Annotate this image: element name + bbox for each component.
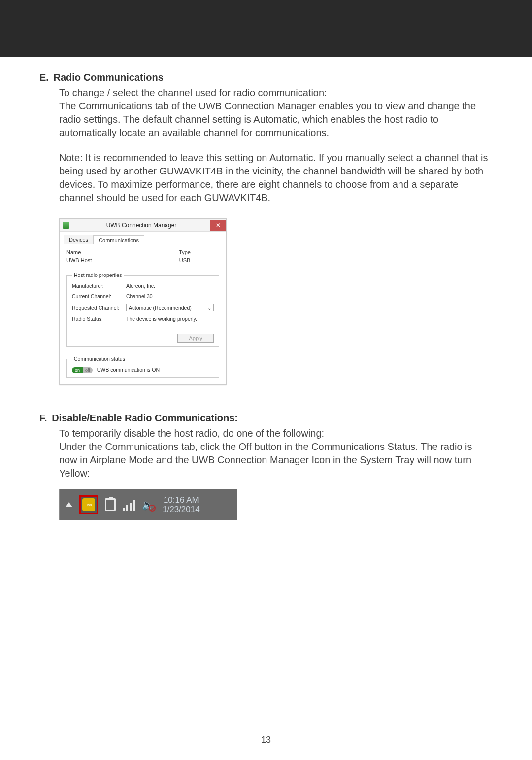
table-header: Name Type (66, 249, 219, 255)
radio-status-label: Radio Status: (72, 316, 126, 322)
toggle-off: off (83, 367, 93, 373)
uwb-dialog: UWB Connection Manager ✕ Devices Communi… (59, 218, 227, 385)
host-radio-properties-group: Host radio properties Manufacturer: Aler… (66, 272, 219, 347)
section-f-letter: F. (39, 413, 47, 423)
section-e-letter: E. (39, 72, 49, 83)
current-channel-value: Channel 30 (126, 293, 214, 299)
current-channel-label: Current Channel: (72, 293, 126, 299)
row-type: USB (150, 257, 219, 263)
show-hidden-icons-icon (66, 502, 72, 507)
toggle-on: on (72, 367, 83, 373)
requested-channel-select[interactable]: Automatic (Recommended) ⌄ (126, 304, 214, 311)
titlebar: UWB Connection Manager ✕ (60, 219, 226, 232)
tray-date: 1/23/2014 (163, 505, 200, 515)
apply-button[interactable]: Apply (177, 334, 214, 343)
section-f-body: To temporarily disable the host radio, d… (59, 427, 493, 480)
section-e-para1b: The Communications tab of the UWB Connec… (59, 101, 476, 138)
tray-clock: 10:16 AM 1/23/2014 (163, 495, 200, 515)
network-signal-icon (123, 499, 135, 511)
system-tray-screenshot: usb 🔈 10:16 AM 1/23/2014 (59, 489, 237, 520)
section-f-para1: To temporarily disable the host radio, d… (59, 428, 324, 439)
close-icon[interactable]: ✕ (210, 220, 226, 231)
comm-status-text: UWB communication is ON (97, 367, 160, 373)
tab-devices[interactable]: Devices (64, 235, 94, 244)
row-name: UWB Host (66, 257, 150, 263)
table-row[interactable]: UWB Host USB (66, 257, 219, 263)
tray-time: 10:16 AM (163, 495, 200, 505)
window-title: UWB Connection Manager (72, 222, 210, 229)
usb-icon-label: usb (86, 503, 92, 507)
host-props-legend: Host radio properties (72, 272, 124, 278)
requested-channel-value: Automatic (Recommended) (129, 305, 192, 311)
manufacturer-label: Manufacturer: (72, 283, 126, 289)
manufacturer-value: Alereon, Inc. (126, 283, 214, 289)
comm-status-legend: Communication status (72, 356, 127, 362)
section-f-heading: F. Disable/Enable Radio Communications: (39, 413, 493, 424)
col-type: Type (150, 249, 219, 255)
section-e-para1: To change / select the channel used for … (59, 87, 327, 98)
section-e-heading: E. Radio Communications (39, 72, 493, 83)
section-f-title: Disable/Enable Radio Communications: (52, 413, 238, 423)
radio-status-value: The device is working properly. (126, 316, 214, 322)
section-e-title: Radio Communications (53, 72, 163, 83)
communication-status-group: Communication status on off UWB communic… (66, 356, 219, 378)
chevron-down-icon: ⌄ (207, 305, 211, 311)
tabs: Devices Communications (60, 232, 226, 244)
header-bar (0, 0, 532, 57)
uwb-tray-highlight: usb (79, 495, 98, 514)
comm-toggle[interactable]: on off (72, 367, 93, 373)
section-e-body: To change / select the channel used for … (59, 86, 493, 139)
volume-muted-icon: 🔈 (142, 499, 154, 511)
section-e-para2: Note: It is recommended to leave this se… (59, 151, 493, 205)
col-name: Name (66, 249, 150, 255)
requested-channel-label: Requested Channel: (72, 305, 126, 311)
tab-communications[interactable]: Communications (93, 235, 144, 244)
app-icon (63, 222, 69, 229)
page-number: 13 (0, 735, 532, 745)
section-f-para1b: Under the Communications tab, click the … (59, 441, 472, 479)
uwb-tray-icon: usb (82, 498, 95, 511)
battery-icon (105, 498, 116, 511)
